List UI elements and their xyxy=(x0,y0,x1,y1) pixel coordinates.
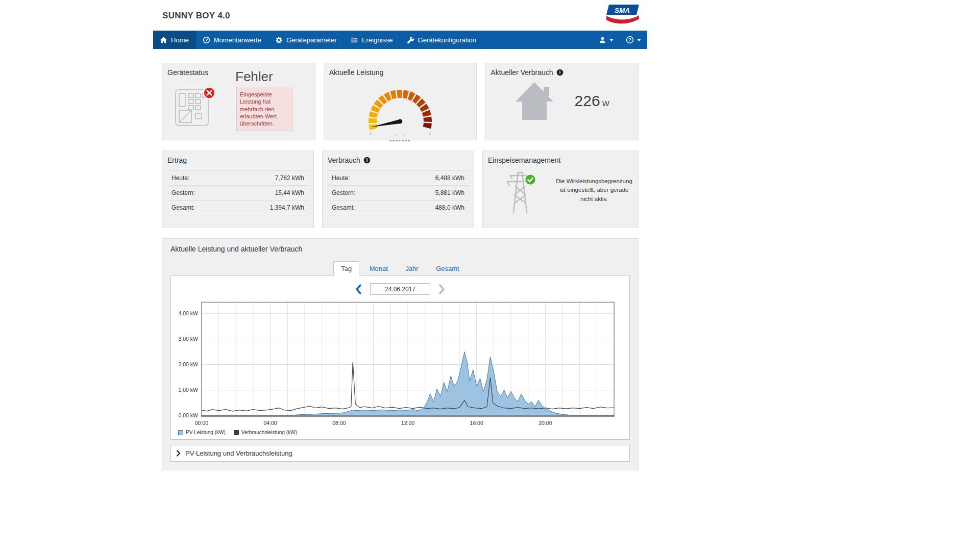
inverter-device-icon xyxy=(173,86,216,130)
pv-legend-swatch xyxy=(178,430,183,435)
card-title: Verbrauch i xyxy=(328,156,469,164)
svg-text:16:00: 16:00 xyxy=(470,420,483,426)
info-icon[interactable]: i xyxy=(556,69,564,76)
svg-text:2,00 kW: 2,00 kW xyxy=(178,362,198,367)
nav-item-geraetekonfiguration[interactable]: Gerätekonfiguration xyxy=(400,31,483,49)
gauge-value-placeholder: ------- xyxy=(329,137,472,144)
svg-text:12:00: 12:00 xyxy=(401,420,414,426)
tab-gesamt[interactable]: Gesamt xyxy=(428,261,467,276)
stat-row: Heute: 7,762 kWh xyxy=(167,170,308,185)
gear-icon xyxy=(275,36,283,44)
stat-label: Gesamt: xyxy=(172,204,194,211)
prev-day-button[interactable] xyxy=(355,284,362,295)
accordion-label: PV-Leistung und Verbrauchsleistung xyxy=(185,449,292,457)
stat-row: Gesamt: 1.394,7 kWh xyxy=(167,200,308,215)
chart-tabs: Tag Monat Jahr Gesamt xyxy=(170,261,630,276)
current-consumption-card: Aktueller Verbrauch i 226 W xyxy=(485,63,639,140)
svg-text:4,00 kW: 4,00 kW xyxy=(178,311,198,316)
cards-row-1: Gerätestatus xyxy=(162,63,639,140)
site-header: SUNNY BOY 4.0 SMA xyxy=(153,0,647,31)
chevron-left-icon xyxy=(355,284,362,295)
tab-tag[interactable]: Tag xyxy=(333,261,359,276)
stat-label: Gestern: xyxy=(172,189,195,196)
svg-text:SMA: SMA xyxy=(615,7,630,14)
card-title: Aktueller Verbrauch i xyxy=(491,68,633,77)
power-gauge-wrap: ------- xyxy=(329,77,472,144)
stat-label: Heute: xyxy=(332,174,350,182)
next-day-button[interactable] xyxy=(438,284,446,295)
stat-value: 15,44 kWh xyxy=(275,189,304,196)
card-title-text: Verbrauch xyxy=(328,156,360,164)
device-status-message: Eingespeiste Leistung hat mehrfach den e… xyxy=(236,87,292,131)
consumption-value: 226 xyxy=(575,92,600,110)
house-icon xyxy=(514,81,554,121)
ok-badge-icon xyxy=(525,174,536,185)
chevron-right-icon xyxy=(438,284,446,295)
nav-item-home[interactable]: Home xyxy=(153,31,196,49)
svg-text:08:00: 08:00 xyxy=(332,420,346,426)
svg-text:04:00: 04:00 xyxy=(263,420,277,426)
date-nav xyxy=(171,283,629,295)
grid-pylon-icon xyxy=(502,166,538,214)
wrench-icon xyxy=(407,36,414,44)
stat-label: Gesamt: xyxy=(332,204,355,211)
consumption-value-group: 226 W xyxy=(575,92,609,110)
chevron-right-icon xyxy=(176,450,181,457)
nav-item-geraeteparameter[interactable]: Geräteparameter xyxy=(268,31,344,49)
svg-text:i: i xyxy=(366,158,368,163)
nav-right: ? xyxy=(593,31,647,49)
tab-monat[interactable]: Monat xyxy=(362,261,396,276)
cards-row-2: Ertrag Heute: 7,762 kWh Gestern: 15,44 k… xyxy=(162,151,639,228)
stat-value: 5,881 kWh xyxy=(435,189,464,196)
nav-item-ereignisse[interactable]: Ereignisse xyxy=(344,31,400,49)
card-title-text: Aktueller Verbrauch xyxy=(491,68,553,77)
nav-item-label: Geräteparameter xyxy=(286,36,337,44)
card-title: Ertrag xyxy=(167,156,308,164)
nav-item-label: Momentanwerte xyxy=(214,36,261,44)
stat-value: 488,0 kWh xyxy=(435,204,464,211)
chart-card: Aktuelle Leistung und aktueller Verbrauc… xyxy=(162,238,639,470)
feed-in-management-card: Einspeisemanagement xyxy=(482,151,639,228)
nav-item-label: Home xyxy=(171,36,189,44)
consumption-rows: Heute: 6,488 kWh Gestern: 5,881 kWh Gesa… xyxy=(328,170,469,215)
stat-label: Heute: xyxy=(172,174,189,182)
yield-rows: Heute: 7,762 kWh Gestern: 15,44 kWh Gesa… xyxy=(167,170,308,215)
caret-down-icon xyxy=(637,39,641,41)
current-power-card: Aktuelle Leistung ------- xyxy=(324,63,477,140)
info-icon[interactable]: i xyxy=(363,157,371,164)
legend-label: Verbrauchsleistung (kW) xyxy=(241,430,297,435)
chart-title: Aktuelle Leistung und aktueller Verbrauc… xyxy=(170,245,630,253)
yield-card: Ertrag Heute: 7,762 kWh Gestern: 15,44 k… xyxy=(162,151,314,228)
sma-logo: SMA xyxy=(606,4,639,26)
page-title: SUNNY BOY 4.0 xyxy=(162,11,230,21)
legend-label: PV-Leistung (kW) xyxy=(186,430,226,435)
consumption-card: Verbrauch i Heute: 6,488 kWh Gestern: 5,… xyxy=(322,151,474,228)
user-icon xyxy=(599,36,606,44)
chart-legend: PV-Leistung (kW) Verbrauchsleistung (kW) xyxy=(171,430,629,435)
consumption-unit: W xyxy=(602,99,609,108)
main-nav: Home Momentanwerte Geräteparameter Ereig… xyxy=(153,31,647,49)
svg-text:00:00: 00:00 xyxy=(195,420,208,426)
svg-text:20:00: 20:00 xyxy=(538,420,552,426)
gauge-icon xyxy=(203,36,210,44)
page: SUNNY BOY 4.0 SMA Home Momentanwerte Ger… xyxy=(153,0,647,489)
stat-row: Heute: 6,488 kWh xyxy=(328,170,469,185)
legend-item-pv: PV-Leistung (kW) xyxy=(178,430,226,435)
accordion-pv-verbrauch[interactable]: PV-Leistung und Verbrauchsleistung xyxy=(170,445,630,462)
user-menu[interactable] xyxy=(593,31,620,49)
date-input[interactable] xyxy=(370,283,430,295)
stat-value: 6,488 kWh xyxy=(435,174,464,182)
stat-value: 7,762 kWh xyxy=(275,174,304,182)
consumption-legend-swatch xyxy=(234,430,239,435)
svg-text:?: ? xyxy=(628,37,631,42)
nav-item-momentanwerte[interactable]: Momentanwerte xyxy=(196,31,268,49)
nav-item-label: Gerätekonfiguration xyxy=(418,36,476,44)
card-title: Aktuelle Leistung xyxy=(329,68,472,77)
svg-text:i: i xyxy=(559,70,560,75)
stat-row: Gesamt: 488,0 kWh xyxy=(328,200,469,215)
svg-text:1,00 kW: 1,00 kW xyxy=(178,387,198,393)
help-menu[interactable]: ? xyxy=(620,31,647,49)
tab-jahr[interactable]: Jahr xyxy=(398,261,426,276)
legend-item-consumption: Verbrauchsleistung (kW) xyxy=(234,430,297,435)
stat-label: Gestern: xyxy=(332,189,355,196)
